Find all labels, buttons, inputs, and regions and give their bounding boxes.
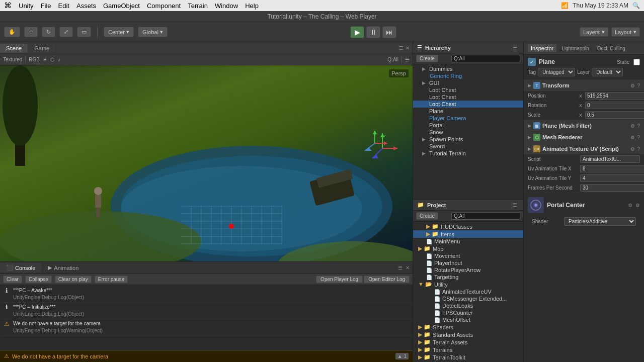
transform-settings-icon[interactable]: ⚙ <box>630 83 635 88</box>
script-value[interactable]: AnimatedTextU... <box>580 155 640 163</box>
scene-tab-close-icon[interactable]: ✕ <box>406 45 410 51</box>
scale-x-input[interactable] <box>585 111 644 119</box>
rect-tool-button[interactable]: ▭ <box>77 27 91 37</box>
sun-icon[interactable]: ☀ <box>43 57 47 62</box>
anim-tex-ref-icon[interactable]: ? <box>637 146 640 152</box>
hierarchy-list-item[interactable]: Loot Chest <box>413 86 523 94</box>
hierarchy-list-item[interactable]: Sword <box>413 143 523 150</box>
project-create-button[interactable]: Create <box>416 212 438 220</box>
anim-tex-settings-icon[interactable]: ⚙ <box>630 146 635 152</box>
project-list-item[interactable]: 📄 RotatePlayerArrow <box>413 266 523 274</box>
project-list-item[interactable]: 📄 FPSCounter <box>413 309 523 316</box>
project-list-item[interactable]: 📄 MainMenu <box>413 238 523 245</box>
hierarchy-create-button[interactable]: Create <box>416 55 438 62</box>
hierarchy-list-item[interactable]: Player Camera <box>413 115 523 122</box>
hierarchy-list-item[interactable]: ▶Dummies <box>413 65 523 72</box>
animated-texture-header[interactable]: ▶ C# Animated Texture UV (Script) ⚙ ? <box>524 143 644 154</box>
project-list-item[interactable]: ▶ 📁Items <box>413 230 523 238</box>
menu-terrain[interactable]: Terrain <box>188 2 208 10</box>
hierarchy-list-item[interactable]: Loot Chest <box>413 94 523 101</box>
menu-unity[interactable]: Unity <box>19 2 34 10</box>
scale-tool-button[interactable]: ⤢ <box>59 27 73 37</box>
console-close-icon[interactable]: ✕ <box>406 265 413 270</box>
project-list-item[interactable]: ▶ 📁Shaders <box>413 323 523 331</box>
project-list-item[interactable]: ▶ 📁Terrain Assets <box>413 338 523 346</box>
rotate-tool-button[interactable]: ↻ <box>42 27 55 37</box>
hand-tool-button[interactable]: ✋ <box>4 27 20 37</box>
layers-dropdown[interactable]: Layers ▾ <box>580 27 608 37</box>
project-list-item[interactable]: 📄 AnimatedTextureUV <box>413 288 523 295</box>
project-list-item[interactable]: 📄 CSMessenger Extended... <box>413 295 523 302</box>
hierarchy-list-item[interactable]: ▶Tutorial Terrain <box>413 150 523 157</box>
portal-settings-icon[interactable]: ⚙ <box>628 203 632 208</box>
log-entry-2[interactable]: ℹ ***PC – Initialize*** UnityEngine.Debu… <box>1 303 412 319</box>
tag-dropdown[interactable]: Untagged <box>538 68 575 76</box>
menu-window[interactable]: Window <box>215 2 238 10</box>
project-search-input[interactable] <box>451 212 520 220</box>
menu-file[interactable]: File <box>41 2 51 10</box>
tab-lightmapping[interactable]: Lightmappin <box>558 45 592 52</box>
move-tool-button[interactable]: ⊹ <box>24 27 38 37</box>
tile-x-input[interactable] <box>580 165 644 172</box>
log-entry-3[interactable]: ⚠ We do not have a target for the camera… <box>1 319 412 336</box>
audio-icon[interactable]: ♪ <box>58 57 60 62</box>
static-checkbox[interactable] <box>633 59 640 65</box>
tab-scene[interactable]: Scene <box>0 44 28 53</box>
clear-button[interactable]: Clear <box>3 276 22 283</box>
console-menu-icon[interactable]: ☰ <box>398 265 406 270</box>
pause-button[interactable]: ⏸ <box>366 26 380 38</box>
hierarchy-list-item[interactable]: Generic Ring <box>413 72 523 79</box>
scene-menu-icon[interactable]: ☰ <box>405 57 410 62</box>
center-toggle-button[interactable]: Center ▾ <box>104 27 134 37</box>
project-list-item[interactable]: 📄 MeshOffset <box>413 316 523 323</box>
menu-component[interactable]: Component <box>147 2 181 10</box>
project-list-item[interactable]: ▼ 📂Utility <box>413 281 523 288</box>
hierarchy-menu-icon[interactable]: ☰ <box>511 44 519 51</box>
transform-header[interactable]: ▶ T Transform ⚙ ? <box>524 80 644 91</box>
project-list-item[interactable]: ▶ 📁TerrainToolkit <box>413 353 523 361</box>
menu-gameobject[interactable]: GameObject <box>103 2 140 10</box>
project-list-item[interactable]: 📄 DetectLeaks <box>413 302 523 309</box>
project-list-item[interactable]: ▶ 📁Mob <box>413 245 523 252</box>
step-button[interactable]: ⏭ <box>382 26 396 38</box>
clear-on-play-button[interactable]: Clear on play <box>55 276 92 283</box>
mesh-renderer-header[interactable]: ▶ ⬡ Mesh Renderer ⚙ ? <box>524 132 644 143</box>
scene-mode-dropdown[interactable]: Textured <box>3 57 22 62</box>
hierarchy-list-item[interactable]: Plane <box>413 108 523 115</box>
mesh-filter-settings-icon[interactable]: ⚙ <box>630 123 635 129</box>
tile-y-input[interactable] <box>580 174 644 182</box>
mesh-filter-ref-icon[interactable]: ? <box>637 123 640 129</box>
hierarchy-list-item[interactable]: ▶Spawn Points <box>413 136 523 143</box>
project-list-item[interactable]: 📄 PlayerInput <box>413 259 523 266</box>
error-pause-button[interactable]: Error pause <box>95 276 128 283</box>
project-list-item[interactable]: ▶ 📁HUDClasses <box>413 223 523 230</box>
shader-dropdown[interactable]: Particles/Additive <box>564 217 636 226</box>
rot-x-input[interactable] <box>585 102 644 109</box>
menu-assets[interactable]: Assets <box>76 2 96 10</box>
skybox-icon[interactable]: ⬡ <box>50 57 55 62</box>
open-player-log-button[interactable]: Open Player Log <box>316 276 363 283</box>
tab-inspector[interactable]: Inspector <box>528 44 556 52</box>
hierarchy-list-item[interactable]: Loot Chest <box>413 101 523 108</box>
search-icon[interactable]: 🔍 <box>632 2 640 9</box>
tab-occlusion-culling[interactable]: Occl. Culling <box>594 45 628 52</box>
project-menu-icon[interactable]: ☰ <box>511 202 519 208</box>
hierarchy-list-item[interactable]: Snow <box>413 129 523 136</box>
project-list-item[interactable]: 📄 Targetting <box>413 274 523 281</box>
pos-x-input[interactable] <box>585 92 644 100</box>
hierarchy-list-item[interactable]: Portal <box>413 122 523 129</box>
project-list-item[interactable]: 📄 Movement <box>413 252 523 259</box>
tab-game[interactable]: Game <box>28 44 56 53</box>
open-editor-log-button[interactable]: Open Editor Log <box>364 276 410 283</box>
global-toggle-button[interactable]: Global ▾ <box>138 27 168 37</box>
layout-dropdown[interactable]: Layout ▾ <box>611 27 640 37</box>
hierarchy-list-item[interactable]: ▶GUI <box>413 79 523 86</box>
mesh-renderer-settings-icon[interactable]: ⚙ <box>630 135 635 140</box>
log-entry[interactable]: ℹ ***PC – Awake*** UnityEngine.Debug:Log… <box>1 286 412 303</box>
portal-gear-icon[interactable]: ⚙ <box>635 203 640 208</box>
color-mode-dropdown[interactable]: RGB <box>29 57 40 62</box>
tab-console[interactable]: ⬛ Console <box>0 263 42 273</box>
object-enabled-checkbox[interactable]: ✓ <box>528 58 536 66</box>
mesh-filter-header[interactable]: ▶ ▦ Plane (Mesh Filter) ⚙ ? <box>524 120 644 131</box>
tab-animation[interactable]: ▶ Animation <box>42 263 85 273</box>
